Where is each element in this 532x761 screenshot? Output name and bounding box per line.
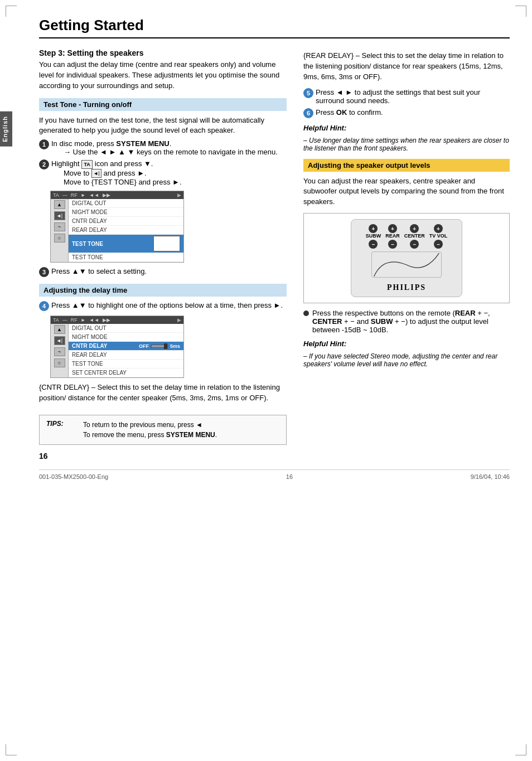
menu2-sidebar: ▲ ◄| ~ ○ <box>51 324 69 377</box>
menu1-item-cntr-delay: CNTR DELAY <box>69 217 183 226</box>
step6-content: Press OK to confirm. <box>316 108 510 117</box>
step3-row: 3 Press ▲▼ to select a setting. <box>39 267 287 277</box>
remote-center-label: CENTER <box>404 233 425 239</box>
menu1-popup-off: ◄OFF <box>158 237 175 244</box>
remote-center-plus: + <box>410 224 419 233</box>
menu1-icon-play: ► <box>81 192 86 198</box>
step6-row: 6 Press OK to confirm. <box>303 108 510 118</box>
helpful-hint-1: Helpful Hint: – Use longer delay time se… <box>303 124 510 152</box>
test-tone-desc: If you have turned on the test tone, the… <box>39 115 287 137</box>
menu2-icon-ta: TA <box>53 317 59 323</box>
menu1-icon-dash: — <box>62 192 67 198</box>
menu2-slider: OFF 5ms <box>139 343 180 349</box>
corner-mark-tl <box>6 6 17 17</box>
menu2-header: TA — RF ► ◄◄ ▶▶ ▶ <box>51 316 183 324</box>
step1-number: 1 <box>39 139 49 149</box>
step2-content: Highlight TA icon and press ▼. Move to ◄… <box>51 159 287 186</box>
remote-tvvol-plus: + <box>434 224 443 233</box>
menu1-item-test-tone2: TEST TONE <box>69 253 183 262</box>
menu2-sidebar-icon3: ~ <box>54 347 65 356</box>
step3-intro: You can adjust the delay time (centre an… <box>39 60 287 91</box>
menu2-item-night-mode: NIGHT MODE <box>69 333 183 342</box>
menu2-icon-rew: ◄◄ <box>89 317 99 323</box>
step6-number: 6 <box>303 108 313 118</box>
menu2-icon-play: ► <box>81 317 86 323</box>
menu1-icon-rf: RF <box>71 192 78 198</box>
menu-diagram-1: TA — RF ► ◄◄ ▶▶ ▶ ▲ ◄| ~ ○ <box>50 191 184 263</box>
step2-move2: Move to {TEST TONE} and press ►. <box>64 178 287 186</box>
output-desc: You can adjust the rear speakers, centre… <box>303 176 510 208</box>
step3-text: Press ▲▼ to select a setting. <box>51 267 147 275</box>
step2-row: 2 Highlight TA icon and press ▼. Move to… <box>39 159 287 186</box>
remote-subw-minus: – <box>369 240 378 249</box>
menu1-sidebar-icon1: ▲ <box>54 200 65 209</box>
menu1-sidebar-icon4: ○ <box>54 234 65 243</box>
step4-text: Press ▲▼ to highlight one of the options… <box>51 301 283 309</box>
step2-highlight-label: Highlight <box>51 159 81 168</box>
step5-text: Press ◄ ► to adjust the settings that be… <box>316 88 480 105</box>
helpful-hint2-text: – If you have selected Stereo mode, adju… <box>303 352 510 368</box>
step1-row: 1 In disc mode, press SYSTEM MENU. → Use… <box>39 139 287 156</box>
menu1-test-tone-label: TEST TONE <box>72 241 103 247</box>
menu2-sidebar-icon2: ◄| <box>54 336 65 345</box>
speaker-curve-svg <box>362 251 451 279</box>
corner-mark-br <box>515 744 526 755</box>
menu1-body: ▲ ◄| ~ ○ DIGITAL OUT NIGHT MODE CNTR DEL… <box>51 199 183 262</box>
step3-content: Press ▲▼ to select a setting. <box>51 267 287 275</box>
tips-bar: TIPS: To return to the previous menu, pr… <box>39 415 287 445</box>
menu2-slider-bar <box>151 345 168 348</box>
menu2-item-test-tone: TEST TONE <box>69 360 183 369</box>
page-number-left: 16 <box>39 452 287 461</box>
step4-content: Press ▲▼ to highlight one of the options… <box>51 301 287 309</box>
cntr-delay-text: {CNTR DELAY} – Select this to set the de… <box>39 382 287 404</box>
menu1-item-rear-delay: REAR DELAY <box>69 226 183 235</box>
menu1-scroll: ▶ <box>177 192 181 198</box>
step3-number: 3 <box>39 267 49 277</box>
remote-body: + SUBW – + REAR – <box>351 219 462 297</box>
remote-center-minus: – <box>410 240 419 249</box>
tips-line1: To return to the previous menu, press ◄ <box>83 420 217 430</box>
helpful-hint1-title: Helpful Hint: <box>303 124 510 132</box>
helpful-hint2-title: Helpful Hint: <box>303 340 510 348</box>
footer-right: 9/16/04, 10:46 <box>471 473 510 480</box>
menu1-header: TA — RF ► ◄◄ ▶▶ ▶ <box>51 191 183 199</box>
step2-icon-and-press: icon and press ▼. <box>95 159 153 168</box>
press-remote-text: Press the respective buttons on the remo… <box>312 309 510 334</box>
step5-row: 5 Press ◄ ► to adjust the settings that … <box>303 88 510 105</box>
step5-number: 5 <box>303 88 313 98</box>
step4-row: 4 Press ▲▼ to highlight one of the optio… <box>39 301 287 311</box>
menu2-item-digital-out: DIGITAL OUT <box>69 324 183 333</box>
step1-sub: → Use the ◄ ► ▲ ▼ keys on the remote to … <box>64 148 287 156</box>
remote-center-group: + CENTER – <box>404 224 425 249</box>
menu1-sidebar: ▲ ◄| ~ ○ <box>51 199 69 262</box>
remote-tvvol-label: TV VOL <box>429 233 448 239</box>
menu2-scroll: ▶ <box>177 317 181 323</box>
remote-rear-minus: – <box>388 240 397 249</box>
menu1-item-night-mode: NIGHT MODE <box>69 208 183 217</box>
step4-number: 4 <box>39 301 49 311</box>
menu2-body: ▲ ◄| ~ ○ DIGITAL OUT NIGHT MODE CNTR DEL… <box>51 324 183 377</box>
test-tone-bar: Test Tone - Turning on/off <box>39 98 287 111</box>
helpful-hint-2: Helpful Hint: – If you have selected Ste… <box>303 340 510 368</box>
menu1-sidebar-icon3: ~ <box>54 222 65 231</box>
left-column: Step 3: Setting the speakers You can adj… <box>39 49 287 461</box>
step2-move1: Move to ◄| and press ►. <box>64 169 287 178</box>
k-icon: ◄| <box>91 169 101 178</box>
helpful-hint1-text: – Use longer delay time settings when th… <box>303 137 510 152</box>
step2-number: 2 <box>39 159 49 169</box>
remote-tvvol-group: + TV VOL – <box>429 224 448 249</box>
menu1-items: DIGITAL OUT NIGHT MODE CNTR DELAY REAR D… <box>69 199 183 262</box>
remote-subw-plus: + <box>369 224 378 233</box>
corner-mark-bl <box>6 744 17 755</box>
right-column: {REAR DELAY} – Select this to set the de… <box>303 49 510 461</box>
page-footer: 001-035-MX2500-00-Eng 16 9/16/04, 10:46 <box>39 469 510 480</box>
press-remote-row: Press the respective buttons on the remo… <box>303 309 510 334</box>
menu1-popup-on: ON <box>158 244 175 250</box>
menu2-item-cntr-delay-hl: CNTR DELAY OFF 5ms <box>69 342 183 351</box>
remote-tvvol-minus: – <box>434 240 443 249</box>
sidebar-language-label: English <box>0 112 12 147</box>
menu2-slider-off: OFF <box>139 343 149 349</box>
menu2-cntr-label: CNTR DELAY <box>72 343 108 349</box>
remote-diagram: + SUBW – + REAR – <box>303 213 510 303</box>
tips-line2: To remove the menu, press SYSTEM MENU. <box>83 430 217 440</box>
